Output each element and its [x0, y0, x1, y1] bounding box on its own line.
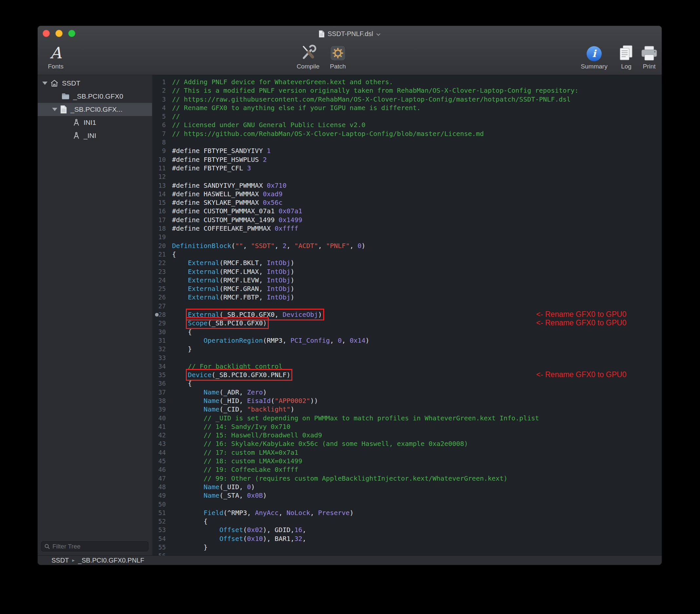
code-line: 42 // 15: Haswell/Broadwell 0xad9 [153, 431, 662, 439]
tree-item-ini1[interactable]: INI1 [38, 116, 152, 129]
code-token: ( [271, 397, 275, 405]
code-line: 37 Name(_ADR, Zero) [153, 388, 662, 397]
code-token: Field [203, 509, 223, 517]
code-token: ) [290, 293, 294, 301]
code-token: Name [203, 483, 219, 491]
code-text: // 14: Sandy/Ivy 0x710 [172, 423, 290, 430]
tree-item-ssdt[interactable]: SSDT [38, 77, 152, 90]
code-token: , [310, 509, 318, 517]
code-token: ) [318, 311, 322, 318]
breadcrumb-root[interactable]: SSDT [51, 557, 69, 564]
line-number: 56 [153, 551, 166, 555]
code-token: (RMCF.FBTP, [220, 293, 267, 301]
code-token: ( [243, 526, 247, 534]
code-token: // https://github.com/RehabMan/OS-X-Clov… [172, 130, 484, 138]
code-text: #define SKYLAKE_PWMMAX 0x56c [172, 199, 283, 206]
code-token: ), GDID, [263, 526, 294, 534]
code-text: { [172, 328, 192, 336]
code-token: 2 [283, 242, 286, 250]
code-token [172, 405, 203, 413]
code-token: 0x10 [247, 535, 263, 542]
status-bar: SSDT ▸ _SB.PCI0.GFX0.PNLF [38, 555, 662, 565]
code-line: 43 // 16: Skylake/KabyLake 0x56c (and so… [153, 439, 662, 448]
print-button[interactable]: Print [631, 42, 662, 70]
code-token: ) [251, 483, 255, 491]
code-token: Device [188, 371, 211, 379]
summary-button[interactable]: i Summary [576, 42, 612, 70]
line-number: 42 [153, 431, 166, 439]
line-number: 20 [153, 241, 166, 250]
search-icon [44, 543, 50, 550]
code-token: #define SKYLAKE_PWMMAX [172, 199, 263, 206]
code-text: // 99: Other (requires custom AppleBackl… [172, 474, 508, 482]
code-token [172, 431, 203, 439]
code-line: 47 // 99: Other (requires custom AppleBa… [153, 474, 662, 483]
rename-annotation: <- Rename GFX0 to GPU0 [536, 310, 626, 318]
code-line: 1// Adding PNLF device for WhateverGreen… [153, 78, 662, 86]
line-number: 32 [153, 345, 166, 353]
code-line: 22 External(RMCF.BKLT, IntObj) [153, 259, 662, 267]
code-token [172, 276, 188, 284]
code-text: // Licensed under GNU General Public Lic… [172, 121, 365, 129]
code-token [172, 311, 188, 318]
line-number: 19 [153, 233, 166, 241]
home-icon [50, 79, 59, 87]
line-number: 51 [153, 509, 166, 517]
code-line: 17#define CUSTOM_PWMMAX_1499 0x1499 [153, 216, 662, 224]
code-text: // [172, 112, 180, 120]
code-token: (RMCF.LEVW, [220, 276, 267, 284]
breadcrumb-leaf[interactable]: _SB.PCI0.GFX0.PNLF [78, 557, 144, 564]
code-token [172, 362, 188, 370]
code-token: 0x1499 [278, 216, 302, 224]
code-lines: 1// Adding PNLF device for WhateverGreen… [153, 75, 662, 555]
code-text: // For backlight control [172, 362, 283, 370]
code-line: 26 External(RMCF.FBTP, IntObj) [153, 293, 662, 301]
code-token: Offset [220, 535, 243, 542]
code-token: (_SB.PCI0.GFX0, [220, 311, 283, 318]
line-number: 9 [153, 147, 166, 155]
code-token: IntObj [267, 293, 290, 301]
line-number: 10 [153, 155, 166, 164]
window-title-group[interactable]: SSDT-PNLF.dsl [38, 26, 662, 42]
tree-item-ini[interactable]: _INI [38, 129, 152, 142]
print-label: Print [643, 63, 655, 70]
code-text: // https://github.com/RehabMan/OS-X-Clov… [172, 130, 484, 138]
disclosure-triangle-icon[interactable] [52, 108, 57, 111]
line-number: 48 [153, 483, 166, 491]
line-number: 38 [153, 397, 166, 405]
code-token: Zero [247, 388, 263, 396]
code-token: 0x0B [247, 491, 263, 499]
code-text: Device(_SB.PCI0.GFX0.PNLF) [172, 371, 290, 379]
tree-item-sb-pci0-gfx0-pnlf[interactable]: _SB.PCI0.GFX... [38, 103, 152, 116]
disclosure-triangle-icon[interactable] [42, 82, 48, 85]
code-token: #define FBTYPE_HSWPLUS [172, 155, 263, 163]
code-token: (RMCF.LMAX, [220, 268, 267, 276]
code-token: , [302, 526, 306, 534]
code-token: // 99: Other (requires custom AppleBackl… [203, 474, 507, 482]
line-number: 24 [153, 276, 166, 284]
line-number: 23 [153, 267, 166, 276]
code-text: // https://raw.githubusercontent.com/Reh… [172, 95, 571, 103]
summary-label: Summary [581, 63, 607, 70]
code-text: Offset(0x10), BAR1,32, [172, 535, 306, 542]
code-token: Name [203, 405, 219, 413]
code-line: 54 Offset(0x10), BAR1,32, [153, 535, 662, 543]
code-line: 27 [153, 302, 662, 310]
fonts-button[interactable]: A Fonts [38, 42, 74, 70]
code-token: } [172, 345, 192, 353]
code-line: 15#define SKYLAKE_PWMMAX 0x56c [153, 198, 662, 207]
maciasl-window: SSDT-PNLF.dsl A Fonts Compile [37, 26, 662, 565]
code-token: External [188, 293, 219, 301]
patch-button[interactable]: Patch [320, 42, 356, 70]
code-line: 53 Offset(0x02), GDID,16, [153, 526, 662, 534]
tree-item-sb-pci0-gfx0[interactable]: _SB.PCI0.GFX0 [38, 90, 152, 103]
code-token: ) [350, 509, 354, 517]
titlebar[interactable]: SSDT-PNLF.dsl [38, 26, 662, 41]
compile-icon [299, 43, 317, 61]
code-editor[interactable]: 1// Adding PNLF device for WhateverGreen… [153, 75, 662, 555]
code-token: "APP0002" [275, 397, 310, 405]
code-token: { [172, 379, 192, 387]
filter-tree-input[interactable]: Filter Tree [41, 541, 148, 551]
code-line: 33 [153, 353, 662, 362]
ssdt-tree: SSDT _SB.PCI0.GFX0 [38, 75, 152, 142]
